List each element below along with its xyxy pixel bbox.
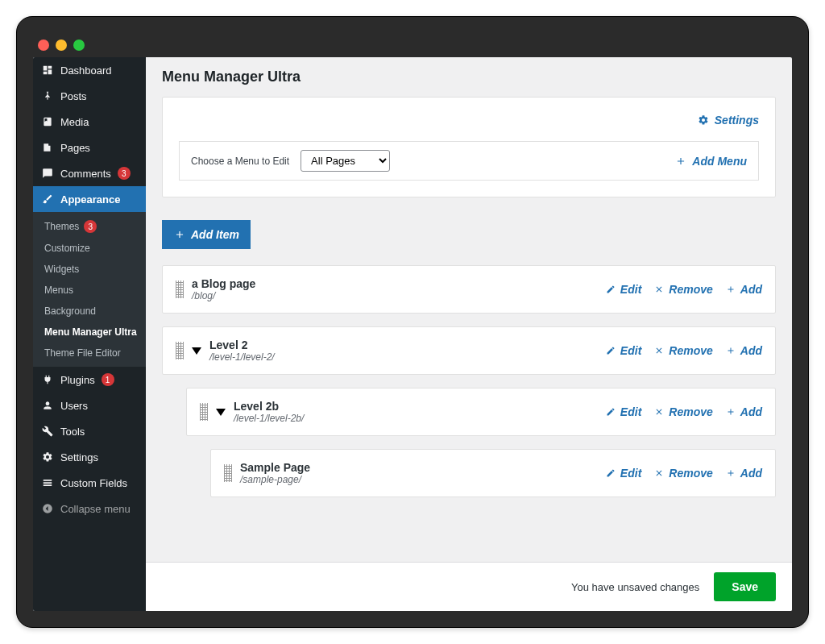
chevron-down-icon[interactable]: [216, 409, 226, 416]
submenu-item-customize[interactable]: Customize: [33, 238, 146, 259]
drag-handle-icon[interactable]: [176, 342, 184, 359]
badge: 3: [84, 220, 97, 233]
pencil-icon: [604, 283, 617, 296]
x-icon: [653, 405, 665, 418]
window-maximize-dot[interactable]: [73, 39, 85, 51]
sidebar-item-label: Comments: [60, 168, 111, 180]
edit-action[interactable]: Edit: [604, 344, 641, 357]
menu-item-path: /sample-page/: [240, 474, 604, 485]
badge: 3: [118, 167, 131, 180]
add-action[interactable]: Add: [724, 344, 762, 357]
submenu-item-background[interactable]: Background: [33, 301, 146, 322]
sidebar-item-label: Tools: [60, 426, 85, 438]
appearance-submenu: Themes3CustomizeWidgetsMenusBackgroundMe…: [33, 212, 146, 367]
window-minimize-dot[interactable]: [56, 39, 67, 51]
sidebar-item-dashboard[interactable]: Dashboard: [33, 57, 146, 83]
settings-link[interactable]: Settings: [697, 114, 759, 127]
add-label: Add: [740, 344, 762, 357]
sidebar-item-users[interactable]: Users: [33, 393, 146, 418]
sidebar-item-settings[interactable]: Settings: [33, 444, 146, 470]
footer-bar: You have unsaved changes Save: [146, 562, 792, 611]
sidebar-item-plugins[interactable]: Plugins1: [33, 367, 146, 393]
sidebar-item-pages[interactable]: Pages: [33, 135, 146, 160]
drag-handle-icon[interactable]: [224, 464, 232, 482]
add-action[interactable]: Add: [724, 467, 762, 480]
plus-icon: [724, 405, 737, 418]
sidebar-item-tools[interactable]: Tools: [33, 418, 146, 444]
sidebar-item-collapse-menu[interactable]: Collapse menu: [33, 496, 146, 521]
menu-item-title: Level 2: [209, 339, 604, 351]
submenu-item-menu-manager-ultra[interactable]: Menu Manager Ultra: [33, 322, 146, 343]
admin-sidebar: DashboardPostsMediaPagesComments3Appeara…: [33, 57, 146, 611]
brush-icon: [41, 193, 54, 206]
sidebar-item-label: Appearance: [60, 193, 120, 206]
plus-icon: [674, 155, 687, 168]
menu-item-path: /blog/: [192, 290, 604, 301]
pencil-icon: [604, 467, 617, 480]
submenu-item-themes[interactable]: Themes3: [33, 215, 146, 238]
submenu-item-theme-file-editor[interactable]: Theme File Editor: [33, 343, 146, 364]
menu-item: Sample Page/sample-page/EditRemoveAdd: [210, 449, 776, 497]
remove-label: Remove: [669, 467, 712, 480]
remove-label: Remove: [669, 283, 712, 296]
remove-action[interactable]: Remove: [653, 283, 712, 296]
sidebar-item-comments[interactable]: Comments3: [33, 160, 146, 186]
menu-item-info: Sample Page/sample-page/: [240, 461, 604, 485]
chevron-down-icon[interactable]: [192, 347, 201, 355]
sidebar-item-media[interactable]: Media: [33, 109, 146, 135]
submenu-item-label: Menu Manager Ultra: [44, 326, 137, 338]
user-icon: [41, 399, 54, 412]
x-icon: [653, 467, 665, 480]
collapse-icon: [41, 502, 54, 515]
submenu-item-menus[interactable]: Menus: [33, 280, 146, 301]
menu-item-info: a Blog page/blog/: [192, 277, 604, 301]
add-action[interactable]: Add: [724, 283, 762, 296]
add-action[interactable]: Add: [724, 405, 762, 418]
submenu-item-widgets[interactable]: Widgets: [33, 259, 146, 280]
save-button[interactable]: Save: [714, 572, 776, 601]
submenu-item-label: Customize: [44, 243, 90, 254]
add-label: Add: [740, 283, 762, 296]
menu-item-info: Level 2b/level-1/level-2b/: [234, 400, 604, 424]
badge: 1: [102, 373, 114, 386]
plus-icon: [724, 344, 737, 357]
sidebar-item-custom-fields[interactable]: Custom Fields: [33, 470, 146, 496]
sidebar-item-posts[interactable]: Posts: [33, 83, 146, 109]
remove-action[interactable]: Remove: [653, 405, 712, 418]
main-panel: Settings Choose a Menu to Edit All Pages…: [146, 97, 792, 611]
edit-action[interactable]: Edit: [604, 283, 641, 296]
add-item-button[interactable]: Add Item: [162, 220, 251, 249]
edit-action[interactable]: Edit: [604, 467, 641, 480]
remove-action[interactable]: Remove: [653, 344, 712, 357]
unsaved-message: You have unsaved changes: [571, 581, 699, 593]
menu-select[interactable]: All Pages: [301, 150, 390, 172]
submenu-item-label: Menus: [44, 285, 73, 296]
menu-select-row: Choose a Menu to Edit All Pages Add Menu: [179, 141, 759, 181]
remove-label: Remove: [669, 344, 712, 357]
edit-action[interactable]: Edit: [604, 405, 641, 418]
menu-item: a Blog page/blog/EditRemoveAdd: [162, 265, 776, 314]
plus-icon: [724, 467, 737, 480]
add-menu-label: Add Menu: [692, 155, 747, 168]
menu-item-actions: EditRemoveAdd: [604, 467, 762, 480]
submenu-item-label: Theme File Editor: [44, 347, 121, 359]
menu-item-title: a Blog page: [192, 277, 604, 290]
edit-label: Edit: [620, 405, 641, 418]
page-title: Menu Manager Ultra: [146, 57, 792, 97]
add-menu-link[interactable]: Add Menu: [674, 155, 747, 168]
pencil-icon: [604, 405, 617, 418]
sidebar-item-appearance[interactable]: Appearance: [33, 186, 146, 212]
window-close-dot[interactable]: [38, 39, 49, 51]
submenu-item-label: Background: [44, 305, 96, 317]
pencil-icon: [604, 344, 617, 357]
menu-item: Level 2/level-1/level-2/EditRemoveAdd: [162, 326, 776, 375]
menu-item-path: /level-1/level-2b/: [234, 413, 604, 424]
browser-frame: DashboardPostsMediaPagesComments3Appeara…: [16, 16, 809, 628]
content-area: Menu Manager Ultra Settings Choose a Men…: [146, 57, 792, 611]
sidebar-item-label: Media: [60, 116, 89, 128]
sidebar-item-label: Custom Fields: [60, 477, 127, 489]
drag-handle-icon[interactable]: [200, 403, 208, 421]
remove-action[interactable]: Remove: [653, 467, 712, 480]
plug-icon: [41, 373, 54, 386]
drag-handle-icon[interactable]: [176, 280, 184, 298]
